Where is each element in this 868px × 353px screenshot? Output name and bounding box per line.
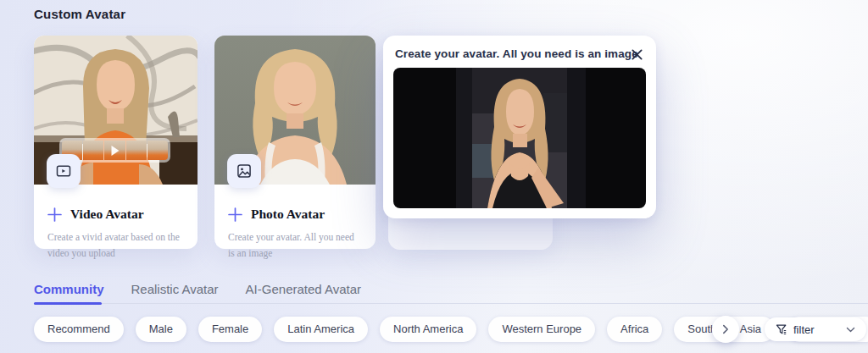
chips-scroll-right-button[interactable] (712, 316, 739, 343)
popup-example-image (393, 68, 646, 208)
active-tab-underline (34, 302, 102, 305)
image-frame-icon (236, 163, 253, 179)
video-avatar-title: Video Avatar (70, 207, 144, 222)
page-title: Custom Avatar (34, 7, 125, 21)
tab-community[interactable]: Community (34, 282, 104, 304)
chip-male[interactable]: Male (136, 317, 186, 342)
chip-recommend[interactable]: Recommend (34, 317, 124, 342)
close-icon (631, 48, 643, 61)
plus-icon (228, 207, 242, 222)
photo-avatar-badge (227, 154, 261, 188)
tab-bar: Community Realistic Avatar AI-Generated … (34, 282, 361, 304)
video-avatar-card[interactable]: Video Avatar Create a vivid avatar based… (34, 36, 198, 249)
close-button[interactable] (628, 46, 645, 63)
tab-realistic-avatar[interactable]: Realistic Avatar (131, 282, 219, 304)
filter-chip-row: Recommend Male Female Latin America Nort… (34, 317, 868, 342)
funnel-icon (775, 323, 788, 336)
plus-icon (47, 207, 62, 222)
play-icon (111, 146, 119, 156)
photo-avatar-description: Create your avatar. All you need is an i… (228, 229, 362, 261)
create-avatar-popup: Create your avatar. All you need is an i… (383, 36, 656, 218)
chip-female[interactable]: Female (198, 317, 262, 342)
video-avatar-badge (47, 154, 81, 188)
video-frame-icon (55, 163, 72, 179)
chevron-down-icon (845, 324, 856, 335)
chevron-right-icon (720, 323, 732, 335)
photo-avatar-title: Photo Avatar (251, 207, 325, 222)
filter-dropdown[interactable]: filter (765, 317, 866, 341)
photo-avatar-card[interactable]: Photo Avatar Create your avatar. All you… (214, 36, 376, 249)
video-avatar-description: Create a vivid avatar based on the video… (47, 229, 184, 261)
tab-ai-generated-avatar[interactable]: AI-Generated Avatar (246, 282, 361, 304)
chip-north-america[interactable]: North America (380, 317, 476, 342)
chip-latin-america[interactable]: Latin America (274, 317, 368, 342)
popup-title: Create your avatar. All you need is an i… (395, 47, 638, 60)
chip-africa[interactable]: Africa (607, 317, 662, 342)
chip-western-europe[interactable]: Western Europe (488, 317, 595, 342)
filter-label: filter (793, 323, 815, 336)
